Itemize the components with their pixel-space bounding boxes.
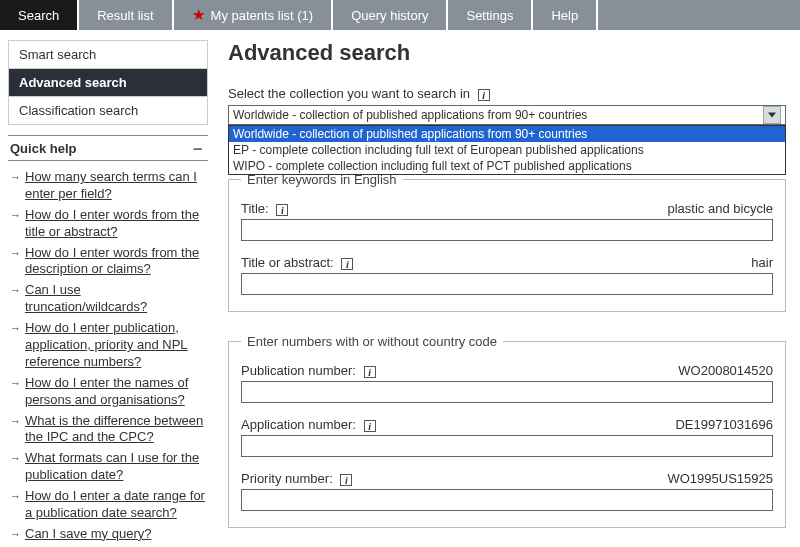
help-link[interactable]: What formats can I use for the publicati… [25,450,206,484]
collection-option[interactable]: Worldwide - collection of published appl… [229,126,785,142]
sidebar: Smart search Advanced search Classificat… [8,40,208,547]
tab-help[interactable]: Help [533,0,598,30]
priority-input[interactable] [241,489,773,511]
title-input[interactable] [241,219,773,241]
tab-my-patents-label: My patents list (1) [211,8,314,23]
arrow-icon: → [10,451,21,465]
chevron-down-icon [763,106,781,124]
help-link[interactable]: How do I enter words from the title or a… [25,207,206,241]
quick-help-title: Quick help [10,141,76,156]
help-link[interactable]: How many search terms can I enter per fi… [25,169,206,203]
arrow-icon: → [10,527,21,541]
info-icon[interactable]: i [276,204,288,216]
quick-help-list: →How many search terms can I enter per f… [8,161,208,547]
collection-selected-value: Worldwide - collection of published appl… [233,108,587,122]
tab-query-history[interactable]: Query history [333,0,448,30]
application-field-label: Application number: [241,417,356,432]
collection-label: Select the collection you want to search… [228,86,470,101]
application-input[interactable] [241,435,773,457]
priority-field-label: Priority number: [241,471,333,486]
collection-option[interactable]: WIPO - complete collection including ful… [229,158,785,174]
arrow-icon: → [10,489,21,503]
abstract-field-hint: hair [751,255,773,270]
arrow-icon: → [10,208,21,222]
sidebar-item-classification-search[interactable]: Classification search [9,97,207,124]
tab-my-patents[interactable]: ★My patents list (1) [174,0,334,30]
arrow-icon: → [10,170,21,184]
numbers-fieldset: Enter numbers with or without country co… [228,334,786,528]
info-icon[interactable]: i [341,258,353,270]
page-title: Advanced search [228,40,786,66]
abstract-input[interactable] [241,273,773,295]
abstract-field-label: Title or abstract: [241,255,334,270]
help-link[interactable]: How do I enter the names of persons and … [25,375,206,409]
main-tabs: Search Result list ★My patents list (1) … [0,0,800,30]
collection-dropdown: Worldwide - collection of published appl… [228,125,786,175]
publication-field-label: Publication number: [241,363,356,378]
numbers-legend: Enter numbers with or without country co… [241,334,503,349]
collection-select[interactable]: Worldwide - collection of published appl… [228,105,786,125]
help-link[interactable]: Can I use truncation/wildcards? [25,282,206,316]
arrow-icon: → [10,283,21,297]
info-icon[interactable]: i [364,420,376,432]
sidebar-item-advanced-search[interactable]: Advanced search [9,69,207,97]
application-field-hint: DE19971031696 [675,417,773,432]
collection-option[interactable]: EP - complete collection including full … [229,142,785,158]
tab-settings[interactable]: Settings [448,0,533,30]
info-icon[interactable]: i [364,366,376,378]
help-link[interactable]: How do I enter words from the descriptio… [25,245,206,279]
keywords-fieldset: Enter keywords in English Title: i plast… [228,172,786,312]
quick-help-header[interactable]: Quick help – [8,135,208,161]
help-link[interactable]: What is the difference between the IPC a… [25,413,206,447]
tab-search[interactable]: Search [0,0,79,30]
publication-input[interactable] [241,381,773,403]
collapse-icon: – [190,140,206,156]
help-link[interactable]: How do I enter a date range for a public… [25,488,206,522]
sidebar-item-smart-search[interactable]: Smart search [9,41,207,69]
arrow-icon: → [10,414,21,428]
priority-field-hint: WO1995US15925 [667,471,773,486]
title-field-label: Title: [241,201,269,216]
info-icon[interactable]: i [340,474,352,486]
help-link[interactable]: Can I save my query? [25,526,151,543]
tab-result-list[interactable]: Result list [79,0,173,30]
help-link[interactable]: How do I enter publication, application,… [25,320,206,371]
title-field-hint: plastic and bicycle [668,201,774,216]
search-type-menu: Smart search Advanced search Classificat… [8,40,208,125]
arrow-icon: → [10,246,21,260]
content: Advanced search Select the collection yo… [228,40,792,547]
publication-field-hint: WO2008014520 [678,363,773,378]
arrow-icon: → [10,376,21,390]
arrow-icon: → [10,321,21,335]
star-icon: ★ [192,6,205,24]
info-icon[interactable]: i [478,89,490,101]
